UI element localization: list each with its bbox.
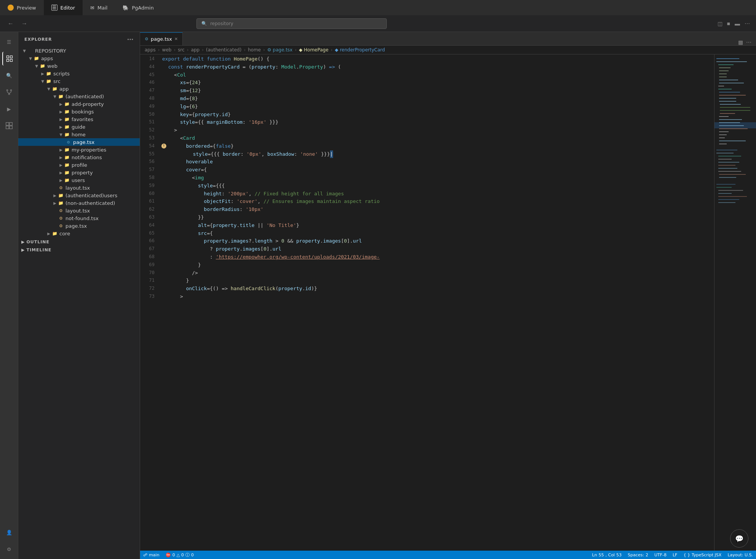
split-editor-button[interactable]: ▩ (738, 39, 743, 45)
activity-search[interactable]: 🔍 (2, 69, 16, 82)
cursor-position[interactable]: Ln 55, Col 53 (592, 553, 622, 557)
encoding[interactable]: UTF-8 (654, 553, 667, 557)
svg-rect-32 (720, 107, 750, 108)
status-right: Ln 55, Col 53 Spaces: 2 UTF-8 LF { } Typ… (592, 553, 753, 557)
tsx-file-icon: ⚙ (145, 37, 148, 42)
git-status[interactable]: ☍ main (143, 553, 159, 557)
sidebar-item-profile[interactable]: ▶ 📁 profile (18, 161, 140, 169)
back-button[interactable]: ← (6, 19, 15, 29)
activity-menu[interactable]: ☰ (2, 35, 16, 49)
svg-rect-25 (718, 89, 732, 89)
sidebar-item-scripts[interactable]: ▶ 📁 scripts (18, 70, 140, 77)
svg-rect-42 (719, 137, 725, 138)
code-line-68: : 'https://empowher.org/wp-content/uploa… (162, 253, 714, 261)
forward-button[interactable]: → (20, 19, 29, 29)
sidebar-item-apps[interactable]: ▼ 📁 apps (18, 54, 140, 62)
code-line-58: <img (162, 174, 714, 182)
chat-button[interactable]: 💬 (730, 529, 748, 548)
tab-mail[interactable]: ✉ Mail (83, 0, 115, 15)
sidebar-item-add-property[interactable]: ▶ 📁 add-property (18, 100, 140, 108)
sidebar-item-core[interactable]: ▶ 📁 core (18, 230, 140, 237)
activity-git[interactable] (2, 85, 16, 99)
svg-line-10 (9, 92, 11, 93)
sidebar-more-button[interactable]: ⋯ (127, 36, 134, 43)
code-line-67: ? property.images[0].url (162, 245, 714, 253)
arrow-icon: ▼ (46, 87, 52, 91)
arrow-icon: ▼ (27, 56, 33, 61)
search-bar[interactable]: 🔍 repository (196, 18, 387, 29)
svg-rect-30 (719, 101, 736, 102)
code-line-72: onClick={() => handleCardClick(property.… (162, 285, 714, 293)
sidebar: Explorer ⋯ ▼ REPOSITORY ▼ 📁 apps ▼ 📁 web… (18, 32, 140, 559)
add-property-folder-icon: 📁 (64, 101, 70, 107)
sidebar-item-home[interactable]: ▼ 📁 home (18, 131, 140, 138)
sidebar-toggle-button[interactable]: ◫ (718, 21, 723, 27)
svg-rect-1 (10, 56, 12, 58)
timeline-arrow-icon: ▶ (21, 248, 25, 252)
svg-rect-40 (719, 131, 729, 132)
svg-rect-38 (719, 125, 744, 126)
sidebar-item-authenticated-users[interactable]: ▶ 📁 (authenticated)users (18, 192, 140, 199)
sidebar-item-page2-tsx[interactable]: ⚙ page.tsx (18, 222, 140, 230)
svg-rect-39 (719, 128, 748, 129)
svg-rect-35 (719, 116, 729, 117)
arrow-icon: ▼ (52, 94, 58, 99)
sidebar-item-not-found-tsx[interactable]: ⚙ not-found.tsx (18, 214, 140, 222)
activity-explorer[interactable] (2, 52, 16, 65)
sidebar-item-notifications[interactable]: ▶ 📁 notifications (18, 153, 140, 161)
layout-button[interactable]: ■ (727, 21, 730, 27)
web-folder-icon: 📁 (40, 63, 46, 69)
editor-icon: ☰ (51, 5, 57, 11)
sidebar-item-property[interactable]: ▶ 📁 property (18, 169, 140, 176)
sidebar-item-users[interactable]: ▶ 📁 users (18, 176, 140, 184)
activity-extensions[interactable] (2, 119, 16, 133)
sidebar-item-src[interactable]: ▼ 📁 src (18, 77, 140, 85)
language-mode[interactable]: { } TypeScript JSX (683, 553, 721, 557)
arrow-icon: ▼ (21, 49, 27, 53)
editor-more-button[interactable]: ⋯ (746, 39, 751, 45)
sidebar-item-my-properties[interactable]: ▶ 📁 my-properties (18, 146, 140, 153)
code-line-44: const renderPropertyCard = (property: Mo… (162, 63, 714, 71)
svg-rect-13 (6, 126, 9, 129)
sidebar-item-repository[interactable]: ▼ REPOSITORY (18, 47, 140, 54)
sidebar-item-favorites[interactable]: ▶ 📁 favorites (18, 115, 140, 123)
sidebar-item-authenticated[interactable]: ▼ 📁 (authenticated) (18, 93, 140, 100)
sidebar-item-layout-tsx[interactable]: ⚙ layout.tsx (18, 184, 140, 192)
sidebar-section-timeline[interactable]: ▶ TIMELINE (18, 245, 140, 253)
svg-rect-28 (719, 95, 746, 96)
tab-editor[interactable]: ☰ Editor (44, 0, 83, 15)
layout[interactable]: Layout: U.S. (727, 553, 753, 557)
page-tsx-icon: ⚙ (65, 139, 72, 145)
editor-tab-page-tsx[interactable]: ⚙ page.tsx ✕ (140, 32, 183, 45)
activity-run[interactable]: ▶ (2, 102, 16, 116)
svg-point-6 (8, 93, 10, 94)
more-button[interactable]: ⋯ (745, 21, 750, 27)
activity-settings[interactable]: ⚙ (2, 542, 16, 556)
code-content[interactable]: export default function HomePage() { con… (159, 54, 714, 551)
arrow-icon: ▶ (52, 193, 58, 198)
sidebar-item-non-authenticated[interactable]: ▶ 📁 (non-authenticated) (18, 199, 140, 207)
breadcrumb-method: ◆ renderPropertyCard (335, 47, 385, 53)
svg-rect-16 (716, 61, 747, 62)
close-tab-button[interactable]: ✕ (174, 37, 178, 42)
sidebar-item-page-tsx[interactable]: ⚙ page.tsx (18, 138, 140, 146)
sidebar-item-web[interactable]: ▼ 📁 web (18, 62, 140, 70)
activity-account[interactable]: 👤 (2, 525, 16, 539)
code-line-53: <Card (162, 134, 714, 142)
sidebar-section-outline[interactable]: ▶ OUTLINE (18, 237, 140, 245)
svg-rect-50 (718, 165, 735, 166)
sidebar-item-guide[interactable]: ▶ 📁 guide (18, 123, 140, 131)
sidebar-item-layout2-tsx[interactable]: ⚙ layout.tsx (18, 207, 140, 214)
sidebar-item-bookings[interactable]: ▶ 📁 bookings (18, 108, 140, 115)
eol[interactable]: LF (673, 553, 677, 557)
tab-preview[interactable]: Preview (0, 0, 44, 15)
errors-status[interactable]: ⛔ 0 △ 0 ⓘ 0 (166, 552, 194, 558)
spaces[interactable]: Spaces: 2 (628, 553, 648, 557)
editor-tabs: ⚙ page.tsx ✕ ▩ ⋯ (140, 32, 756, 46)
split-button[interactable]: ▬ (735, 21, 740, 27)
arrow-icon: ▶ (58, 110, 64, 114)
tab-pgadmin[interactable]: 🐘 PgAdmin (115, 0, 161, 15)
code-line-49: lg={6} (162, 103, 714, 111)
sidebar-item-app[interactable]: ▼ 📁 app (18, 85, 140, 93)
code-line-14: export default function HomePage() { (162, 55, 714, 63)
